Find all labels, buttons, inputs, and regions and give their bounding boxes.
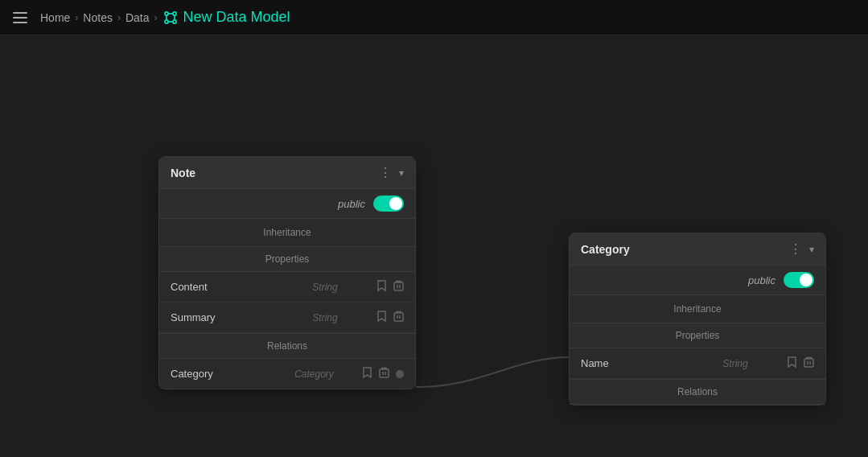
menu-button[interactable] <box>13 12 27 23</box>
note-summary-icons <box>376 310 404 325</box>
category-name-prop-icons <box>787 356 814 371</box>
note-more-icon[interactable]: ⋮ <box>379 165 393 180</box>
note-content-name: Content <box>171 281 274 293</box>
canvas: Note ⋮ ▾ public Inheritance Properties C… <box>0 35 868 457</box>
category-name-prop-name: Name <box>581 357 684 369</box>
note-category-rel-bookmark-icon[interactable] <box>362 366 372 381</box>
svg-point-2 <box>164 19 167 23</box>
note-card-header: Note ⋮ ▾ <box>159 157 415 189</box>
note-collapse-icon[interactable]: ▾ <box>399 167 404 179</box>
category-property-name: Name String <box>570 348 825 379</box>
note-relation-category: Category Category <box>159 359 415 389</box>
category-public-toggle[interactable] <box>784 272 814 288</box>
svg-point-1 <box>172 11 175 14</box>
category-relations-section: Relations <box>570 379 825 405</box>
note-summary-type: String <box>274 312 376 323</box>
note-summary-name: Summary <box>171 311 274 323</box>
note-content-type: String <box>274 282 376 293</box>
breadcrumb-sep-3: › <box>154 12 158 23</box>
note-summary-bookmark-icon[interactable] <box>376 310 387 325</box>
top-nav: Home › Notes › Data › New Data Model <box>0 0 868 35</box>
note-category-rel-name: Category <box>171 368 266 380</box>
svg-rect-14 <box>394 313 403 321</box>
breadcrumb-notes[interactable]: Notes <box>83 11 113 24</box>
note-relations-header: Relations <box>159 334 415 359</box>
note-category-rel-delete-icon[interactable] <box>379 367 389 381</box>
svg-rect-20 <box>380 369 389 377</box>
note-summary-delete-icon[interactable] <box>393 311 404 325</box>
note-card: Note ⋮ ▾ public Inheritance Properties C… <box>158 156 416 389</box>
category-card-header: Category ⋮ ▾ <box>570 233 825 266</box>
note-content-delete-icon[interactable] <box>393 280 404 294</box>
note-card-actions: ⋮ ▾ <box>379 165 404 180</box>
note-public-row: public <box>159 189 415 219</box>
breadcrumb-home[interactable]: Home <box>40 11 70 24</box>
note-inheritance-label: Inheritance <box>263 227 311 238</box>
note-category-rel-dot[interactable] <box>396 370 404 378</box>
category-card-actions: ⋮ ▾ <box>789 241 814 257</box>
category-name-bookmark-icon[interactable] <box>787 356 797 371</box>
category-card-title: Category <box>581 243 630 256</box>
note-card-title: Note <box>171 167 195 179</box>
note-relations-section: Relations Category Category <box>159 333 415 389</box>
note-public-label: public <box>338 198 365 210</box>
breadcrumb-sep-2: › <box>117 12 121 23</box>
category-collapse-icon[interactable]: ▾ <box>809 244 814 255</box>
note-content-bookmark-icon[interactable] <box>376 279 387 294</box>
svg-point-0 <box>164 11 167 14</box>
note-content-icons <box>376 279 404 294</box>
category-more-icon[interactable]: ⋮ <box>789 241 803 257</box>
category-name-delete-icon[interactable] <box>804 356 814 371</box>
category-properties-label: Properties <box>676 330 720 341</box>
category-public-row: public <box>570 266 825 295</box>
note-category-rel-icons <box>362 366 404 381</box>
page-title: New Data Model <box>183 9 290 26</box>
category-inheritance-label: Inheritance <box>673 303 721 315</box>
note-public-toggle[interactable] <box>373 196 404 212</box>
data-model-icon <box>162 10 179 26</box>
svg-rect-26 <box>804 359 813 367</box>
note-properties-label: Properties <box>265 253 310 265</box>
category-relations-label: Relations <box>677 386 718 397</box>
note-property-summary: Summary String <box>159 303 415 333</box>
breadcrumb: Home › Notes › Data › New Data Model <box>40 9 290 26</box>
note-properties-header: Properties <box>159 247 415 272</box>
breadcrumb-sep-1: › <box>75 12 78 23</box>
note-property-content: Content String <box>159 272 415 303</box>
svg-rect-8 <box>394 282 403 290</box>
note-category-rel-type: Category <box>266 368 362 380</box>
note-relations-label: Relations <box>267 340 307 352</box>
category-inheritance-row: Inheritance <box>570 295 825 323</box>
svg-point-3 <box>172 19 175 23</box>
category-relations-header: Relations <box>570 380 825 405</box>
breadcrumb-data[interactable]: Data <box>125 11 150 24</box>
note-inheritance-row: Inheritance <box>159 219 415 247</box>
category-card: Category ⋮ ▾ public Inheritance Properti… <box>569 233 826 406</box>
category-name-prop-type: String <box>684 358 787 369</box>
category-properties-header: Properties <box>570 323 825 348</box>
category-public-label: public <box>748 274 775 286</box>
